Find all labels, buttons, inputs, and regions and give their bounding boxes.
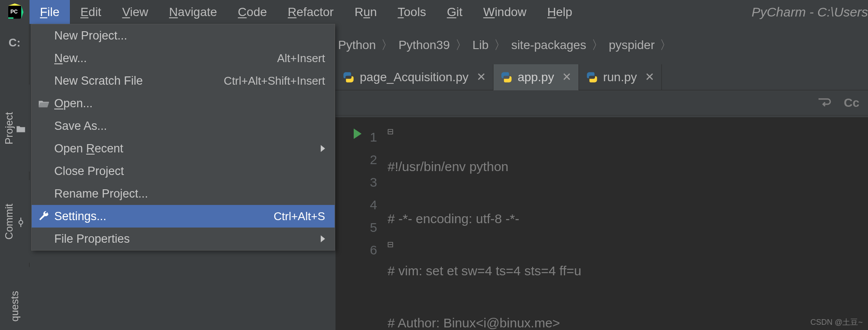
menu-code[interactable]: Code: [227, 0, 277, 24]
menu-open[interactable]: Open...: [32, 92, 335, 115]
submenu-arrow-icon: [321, 235, 325, 242]
line-gutter: ⊟ ⊟ 1 2 3 4 5 6: [335, 117, 388, 330]
crumb-seg[interactable]: pyspider: [606, 38, 658, 52]
watermark: CSDN @土豆~: [810, 317, 863, 327]
crumb-seg[interactable]: site-packages: [509, 38, 589, 52]
menu-settings[interactable]: Settings...Ctrl+Alt+S: [32, 205, 335, 228]
window-title: PyCharm - C:\Users: [752, 5, 868, 20]
code-lines[interactable]: #!/usr/bin/env python # -*- encoding: ut…: [388, 117, 868, 330]
editor-toolbar: Cc: [335, 90, 868, 116]
editor-tab[interactable]: run.py ✕: [579, 64, 662, 90]
menu-file-properties[interactable]: File Properties: [32, 228, 335, 250]
menu-run[interactable]: Run: [344, 0, 387, 24]
wrench-icon: [38, 210, 50, 222]
menu-refactor[interactable]: Refactor: [277, 0, 344, 24]
python-file-icon: [500, 71, 513, 83]
menu-new-project[interactable]: New Project...: [32, 24, 335, 47]
tool-window-commit[interactable]: Commit: [0, 180, 30, 263]
chevron-right-icon: 〉: [589, 37, 606, 53]
python-file-icon: [586, 71, 598, 83]
svg-rect-2: [8, 17, 13, 19]
code-editor[interactable]: ⊟ ⊟ 1 2 3 4 5 6 #!/usr/bin/env python # …: [335, 117, 868, 330]
crumb-seg[interactable]: Python: [335, 38, 378, 52]
tab-label: app.py: [518, 70, 554, 84]
menu-tools[interactable]: Tools: [387, 0, 436, 24]
tool-window-requests[interactable]: quests: [0, 267, 30, 330]
menu-close-project[interactable]: Close Project: [32, 160, 335, 182]
folder-open-icon: [38, 97, 50, 109]
line-number: 3: [335, 171, 377, 194]
soft-wrap-icon[interactable]: [816, 95, 832, 111]
code-line: #!/usr/bin/env python: [388, 155, 868, 178]
chevron-right-icon: 〉: [657, 37, 674, 53]
close-icon[interactable]: ✕: [645, 70, 654, 84]
submenu-arrow-icon: [321, 145, 325, 152]
run-gutter-icon[interactable]: [354, 129, 362, 139]
menu-open-recent[interactable]: Open Recent: [32, 137, 335, 160]
editor-tab-bar: page_Acquisition.py ✕ app.py ✕ run.py ✕: [335, 64, 868, 90]
drive-indicator: C:: [0, 24, 29, 50]
commit-icon: [15, 217, 26, 230]
line-number: 2: [335, 148, 377, 171]
close-icon[interactable]: ✕: [477, 70, 486, 84]
menu-rename-project[interactable]: Rename Project...: [32, 182, 335, 205]
python-file-icon: [342, 71, 355, 83]
left-tool-rail: C: Project Commit quests: [0, 24, 30, 330]
menu-new-scratch[interactable]: New Scratch FileCtrl+Alt+Shift+Insert: [32, 69, 335, 92]
crumb-seg[interactable]: Python39: [396, 38, 452, 52]
menu-navigate[interactable]: Navigate: [159, 0, 228, 24]
fold-icon[interactable]: ⊟: [387, 127, 394, 136]
menu-help[interactable]: Help: [537, 0, 583, 24]
menu-git[interactable]: Git: [437, 0, 473, 24]
editor-tab[interactable]: page_Acquisition.py ✕: [335, 64, 493, 90]
menu-save-as[interactable]: Save As...: [32, 115, 335, 137]
chevron-right-icon: 〉: [378, 37, 396, 53]
editor-tab[interactable]: app.py ✕: [493, 64, 579, 90]
menu-view[interactable]: View: [112, 0, 158, 24]
tool-window-project[interactable]: Project: [0, 85, 30, 172]
code-line: # Author: Binux<i@binux.me>: [388, 312, 868, 330]
match-case-toggle[interactable]: Cc: [844, 96, 859, 110]
menu-new[interactable]: New...Alt+Insert: [32, 47, 335, 69]
line-number: 5: [335, 216, 377, 239]
menu-window[interactable]: Window: [473, 0, 537, 24]
folder-icon: [15, 123, 26, 136]
menu-file[interactable]: File: [30, 0, 70, 24]
tab-label: run.py: [603, 70, 637, 84]
file-menu-dropdown: New Project... New...Alt+Insert New Scra…: [31, 24, 335, 251]
app-icon: PC: [0, 0, 30, 24]
menu-bar: PC File Edit View Navigate Code Refactor…: [0, 0, 868, 24]
crumb-seg[interactable]: Lib: [470, 38, 491, 52]
svg-text:PC: PC: [10, 9, 18, 15]
chevron-right-icon: 〉: [491, 37, 509, 53]
line-number: 4: [335, 194, 377, 216]
breadcrumb: Python〉 Python39〉 Lib〉 site-packages〉 py…: [335, 26, 868, 64]
chevron-right-icon: 〉: [453, 37, 470, 53]
code-line: # vim: set et sw=4 ts=4 sts=4 ff=u: [388, 260, 868, 282]
code-line: # -*- encoding: utf-8 -*-: [388, 208, 868, 230]
tab-label: page_Acquisition.py: [360, 70, 469, 84]
fold-icon[interactable]: ⊟: [387, 240, 394, 249]
close-icon[interactable]: ✕: [562, 70, 572, 84]
line-number: 6: [335, 239, 377, 261]
svg-point-3: [19, 221, 23, 224]
menu-edit[interactable]: Edit: [70, 0, 112, 24]
